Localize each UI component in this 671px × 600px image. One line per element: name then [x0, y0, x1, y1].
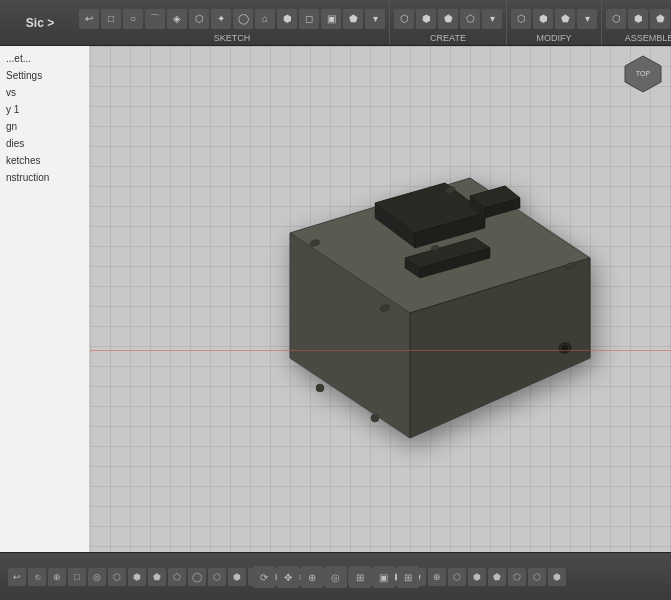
bottom-icon-9[interactable]: ⬠ — [168, 568, 186, 586]
sidebar-item-construction[interactable]: nstruction — [0, 169, 89, 186]
create-icon4[interactable]: ⬠ — [460, 9, 480, 29]
sidebar-item-dies[interactable]: dies — [0, 135, 89, 152]
assemble-icon3[interactable]: ⬟ — [650, 9, 670, 29]
bottom-icon-22[interactable]: ⊕ — [428, 568, 446, 586]
arc-icon[interactable]: ⌒ — [145, 9, 165, 29]
create-icon2[interactable]: ⬢ — [416, 9, 436, 29]
assemble-icon2[interactable]: ⬢ — [628, 9, 648, 29]
status-bar: ↩ ⎋ ⊕ □ ◎ ⬡ ⬢ ⬟ ⬠ ◯ ⬡ ⬢ ⬟ ⊕ ⬡ ⬢ ⬟ ⬠ ⬡ ⬢ … — [0, 552, 671, 600]
main-area: ...et... Settings vs y 1 gn dies ketches… — [0, 46, 671, 552]
toolbar-assemble-section: ⬡ ⬢ ⬟ ▾ ASSEMBLE — [602, 0, 671, 45]
view-cube[interactable]: TOP — [623, 54, 663, 94]
sketch-icon5[interactable]: ⌂ — [255, 9, 275, 29]
sketch-icon9[interactable]: ⬟ — [343, 9, 363, 29]
create-icon1[interactable]: ⬡ — [394, 9, 414, 29]
bottom-icon-23[interactable]: ⬡ — [448, 568, 466, 586]
bottom-icon-8[interactable]: ⬟ — [148, 568, 166, 586]
bottom-icon-4[interactable]: □ — [68, 568, 86, 586]
view-icon[interactable]: ⊞ — [349, 566, 371, 588]
bottom-icon-27[interactable]: ⬡ — [528, 568, 546, 586]
grid-icon[interactable]: ⊞ — [397, 566, 419, 588]
sidebar-item-settings[interactable]: Settings — [0, 67, 89, 84]
fit-icon[interactable]: ◎ — [325, 566, 347, 588]
modify-dropdown[interactable]: ▾ — [577, 9, 597, 29]
bottom-icon-28[interactable]: ⬢ — [548, 568, 566, 586]
bottom-icon-2[interactable]: ⎋ — [28, 568, 46, 586]
bottom-icon-12[interactable]: ⬢ — [228, 568, 246, 586]
rectangle-icon[interactable]: □ — [101, 9, 121, 29]
bottom-icon-3[interactable]: ⊕ — [48, 568, 66, 586]
sidebar-item-sketches[interactable]: ketches — [0, 152, 89, 169]
create-dropdown[interactable]: ▾ — [482, 9, 502, 29]
bottom-icon-24[interactable]: ⬢ — [468, 568, 486, 586]
sketch-icon7[interactable]: ◻ — [299, 9, 319, 29]
display-icon[interactable]: ▣ — [373, 566, 395, 588]
orbit-icon[interactable]: ⟳ — [253, 566, 275, 588]
circle-icon[interactable]: ○ — [123, 9, 143, 29]
svg-text:TOP: TOP — [636, 70, 651, 77]
sketch-icon4[interactable]: ◯ — [233, 9, 253, 29]
top-toolbar: Sic > ↩ □ ○ ⌒ ◈ ⬡ ✦ ◯ ⌂ ⬢ ◻ ▣ ⬟ ▾ SKETCH — [0, 0, 671, 46]
modify-icon1[interactable]: ⬡ — [511, 9, 531, 29]
nav-cluster: ⟳ ✥ ⊕ ◎ ⊞ ▣ ⊞ — [253, 566, 419, 588]
sidebar-item-y1[interactable]: y 1 — [0, 101, 89, 118]
bottom-icon-5[interactable]: ◎ — [88, 568, 106, 586]
sidebar: ...et... Settings vs y 1 gn dies ketches… — [0, 46, 90, 552]
sketch-icon3[interactable]: ✦ — [211, 9, 231, 29]
toolbar-create-section: ⬡ ⬢ ⬟ ⬠ ▾ CREATE — [390, 0, 507, 45]
bottom-icon-1[interactable]: ↩ — [8, 568, 26, 586]
bottom-icon-25[interactable]: ⬟ — [488, 568, 506, 586]
bottom-icon-10[interactable]: ◯ — [188, 568, 206, 586]
sketch-dropdown[interactable]: ▾ — [365, 9, 385, 29]
modify-icon3[interactable]: ⬟ — [555, 9, 575, 29]
toolbar-modify-section: ⬡ ⬢ ⬟ ▾ MODIFY — [507, 0, 602, 45]
toolbar-sketch-section: ↩ □ ○ ⌒ ◈ ⬡ ✦ ◯ ⌂ ⬢ ◻ ▣ ⬟ ▾ SKETCH — [75, 0, 390, 45]
create-icon3[interactable]: ⬟ — [438, 9, 458, 29]
sketch-icon8[interactable]: ▣ — [321, 9, 341, 29]
modify-icon2[interactable]: ⬢ — [533, 9, 553, 29]
sketch-icon2[interactable]: ⬡ — [189, 9, 209, 29]
sidebar-item-vs[interactable]: vs — [0, 84, 89, 101]
viewport[interactable]: TOP — [90, 46, 671, 552]
view-cube-svg: TOP — [623, 54, 663, 94]
svg-point-16 — [316, 384, 324, 392]
svg-point-17 — [371, 414, 379, 422]
zoom-icon[interactable]: ⊕ — [301, 566, 323, 588]
assemble-icon1[interactable]: ⬡ — [606, 9, 626, 29]
3d-model — [220, 148, 600, 450]
bottom-icon-26[interactable]: ⬠ — [508, 568, 526, 586]
bottom-icon-6[interactable]: ⬡ — [108, 568, 126, 586]
bottom-icon-7[interactable]: ⬢ — [128, 568, 146, 586]
pan-icon[interactable]: ✥ — [277, 566, 299, 588]
sidebar-item-gn[interactable]: gn — [0, 118, 89, 135]
sketch-icon6[interactable]: ⬢ — [277, 9, 297, 29]
sketch-icon1[interactable]: ◈ — [167, 9, 187, 29]
sidebar-item-0[interactable]: ...et... — [0, 50, 89, 67]
model-svg — [220, 148, 600, 448]
bottom-icon-11[interactable]: ⬡ — [208, 568, 226, 586]
breadcrumb: Sic > — [0, 0, 80, 46]
undo-icon[interactable]: ↩ — [79, 9, 99, 29]
